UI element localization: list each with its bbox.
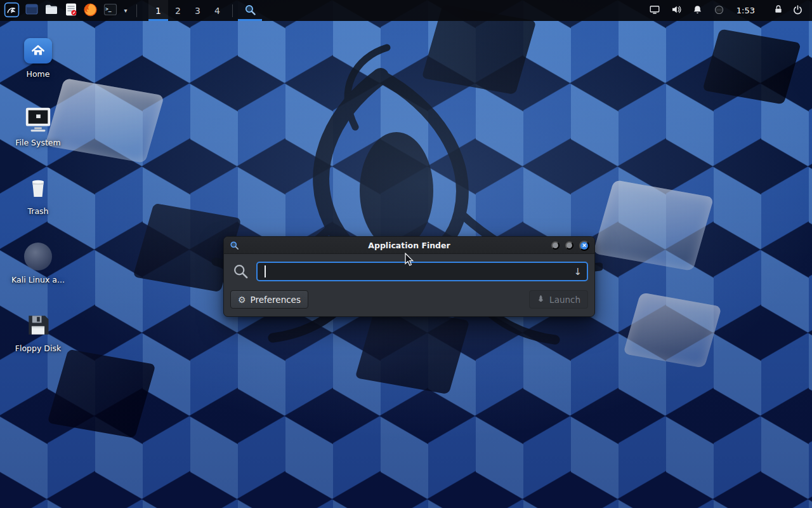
lock-screen-button[interactable] — [769, 0, 788, 21]
workspace-1[interactable]: 1 — [148, 0, 168, 21]
clock[interactable]: 1:53 — [730, 6, 761, 15]
folder-icon — [44, 3, 58, 18]
logout-button[interactable] — [788, 0, 807, 21]
panel-separator — [232, 4, 233, 17]
launch-rocket-icon — [537, 295, 545, 305]
network-icon — [714, 4, 724, 17]
bell-icon — [692, 4, 703, 17]
text-caret — [265, 265, 266, 277]
terminal-launcher[interactable]: >_ — [102, 1, 119, 20]
maximize-button[interactable] — [565, 241, 573, 250]
system-tray: 1:53 — [644, 0, 812, 21]
firefox-icon — [83, 3, 98, 19]
finder-body: ↓ — [224, 254, 594, 286]
preferences-button[interactable]: ⚙ Preferences — [230, 290, 308, 309]
gear-icon: ⚙ — [238, 295, 246, 305]
window-title: Application Finder — [224, 241, 594, 250]
kali-menu-button[interactable] — [3, 1, 20, 20]
desktop-window-icon — [25, 3, 39, 18]
kali-menu-icon — [4, 2, 20, 20]
notifications-tray[interactable] — [687, 0, 709, 21]
file-system-icon — [23, 104, 53, 135]
desktop-icon-label: Kali Linux a... — [11, 276, 65, 284]
volume-tray[interactable] — [665, 0, 687, 21]
desktop-icon-floppy-disk[interactable]: Floppy Disk — [8, 304, 69, 367]
titlebar[interactable]: Application Finder × — [224, 237, 594, 254]
preferences-label: Preferences — [251, 295, 301, 305]
workspace-3[interactable]: 3 — [188, 0, 207, 21]
terminal-prompt-glyph: >_ — [105, 6, 112, 12]
search-input[interactable] — [258, 263, 587, 280]
home-icon — [23, 36, 53, 66]
wallpaper-cube — [355, 304, 470, 394]
top-panel: >_ ▾ 1 2 3 4 — [0, 0, 812, 21]
desktop-icon-list: Home File System Trash Kali Linux a... F… — [8, 29, 69, 367]
desktop-icon-label: File System — [15, 138, 61, 147]
desktop-window-launcher[interactable] — [23, 1, 40, 20]
desktop-icon-file-system[interactable]: File System — [8, 98, 69, 161]
finder-actions: ⚙ Preferences Launch — [224, 286, 594, 316]
workspace-2[interactable]: 2 — [168, 0, 188, 21]
desktop-icon-label: Floppy Disk — [15, 344, 61, 353]
desktop: >_ ▾ 1 2 3 4 — [0, 0, 812, 508]
workspace-switcher: 1 2 3 4 — [148, 0, 227, 21]
volume-icon — [671, 4, 682, 17]
network-tray[interactable] — [709, 0, 730, 21]
workspace-4[interactable]: 4 — [207, 0, 227, 21]
launch-button[interactable]: Launch — [529, 290, 588, 309]
text-editor-icon — [65, 3, 77, 18]
search-icon — [232, 263, 249, 280]
search-entry: ↓ — [256, 262, 588, 281]
minimize-button[interactable] — [551, 241, 560, 250]
desktop-icon-label: Home — [27, 70, 50, 79]
display-icon — [649, 4, 660, 17]
desktop-icon-label: Trash — [27, 207, 48, 216]
desktop-icon-trash[interactable]: Trash — [8, 166, 69, 230]
desktop-icon-kali-docs[interactable]: Kali Linux a... — [8, 235, 69, 298]
wallpaper-cube — [702, 29, 801, 104]
trash-icon — [23, 173, 53, 203]
dropdown-arrow-icon[interactable]: ↓ — [573, 266, 582, 277]
file-manager-launcher[interactable] — [43, 1, 60, 20]
close-button[interactable]: × — [579, 241, 589, 251]
wallpaper-cube — [623, 292, 722, 368]
text-editor-launcher[interactable] — [62, 1, 79, 20]
wallpaper-cube — [593, 180, 714, 271]
panel-separator — [136, 4, 137, 17]
kali-faded-icon — [23, 241, 53, 272]
desktop-icon-home[interactable]: Home — [8, 29, 69, 93]
application-finder-window-icon — [230, 241, 239, 250]
firefox-launcher[interactable] — [82, 1, 99, 20]
power-icon — [792, 4, 803, 17]
window-controls: × — [551, 237, 589, 254]
application-finder-window: Application Finder × ↓ ⚙ Preferences — [223, 236, 595, 317]
display-settings-tray[interactable] — [644, 0, 665, 21]
chevron-down-icon: ▾ — [122, 7, 129, 14]
floppy-disk-icon — [23, 310, 53, 340]
close-icon: × — [582, 242, 586, 249]
launch-label: Launch — [549, 295, 580, 305]
application-finder-icon — [244, 4, 256, 18]
terminal-profile-dropdown[interactable]: ▾ — [121, 1, 130, 20]
taskbar-application-finder[interactable] — [238, 0, 262, 21]
lock-icon — [773, 4, 783, 17]
